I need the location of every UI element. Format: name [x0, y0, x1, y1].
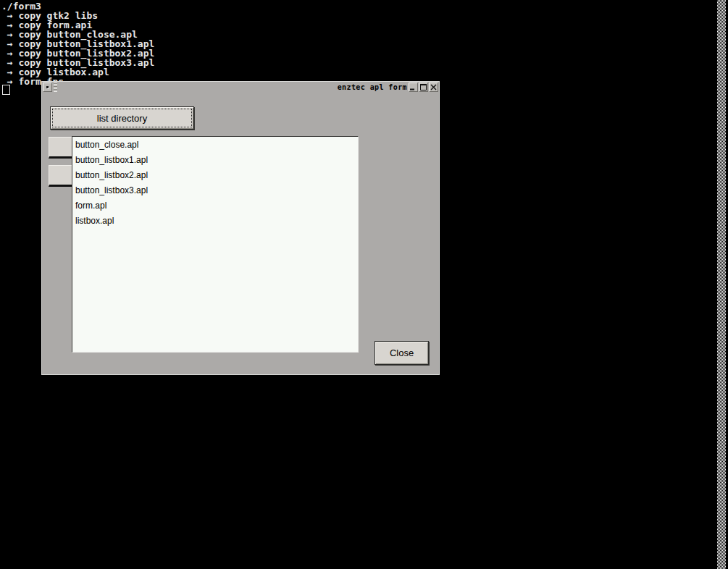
maximize-button[interactable]	[419, 83, 428, 92]
window-menu-icon	[46, 86, 49, 88]
hidden-button-1[interactable]	[49, 137, 72, 159]
terminal-cursor	[2, 85, 10, 95]
list-item[interactable]: button_listbox3.apl	[72, 185, 358, 201]
apl-form-window: enztec apl form list directory button_cl…	[41, 81, 440, 375]
desktop-stipple-strip	[717, 0, 726, 569]
window-title: enztec apl form	[338, 83, 407, 92]
window-titlebar[interactable]: enztec apl form	[42, 82, 439, 93]
file-listbox[interactable]: button_close.aplbutton_listbox1.aplbutto…	[72, 136, 359, 353]
list-item[interactable]: listbox.apl	[72, 216, 358, 231]
terminal-output: ./form3 → copy gtk2 libs → copy form.api…	[1, 1, 154, 86]
list-directory-label: list directory	[97, 113, 147, 124]
close-button[interactable]: Close	[375, 341, 429, 365]
maximize-icon	[420, 84, 427, 90]
minimize-button[interactable]	[409, 83, 418, 92]
hidden-button-2[interactable]	[49, 165, 72, 187]
close-button-label: Close	[390, 347, 414, 358]
list-item[interactable]: form.apl	[72, 201, 358, 216]
list-item[interactable]: button_listbox2.apl	[72, 170, 358, 185]
titlebar-grip-icon	[54, 83, 57, 92]
list-item[interactable]: button_listbox1.apl	[72, 155, 358, 170]
minimize-icon	[410, 84, 417, 90]
list-item[interactable]: button_close.apl	[72, 140, 358, 155]
list-directory-button[interactable]: list directory	[50, 106, 194, 130]
window-controls	[409, 83, 438, 92]
close-window-button[interactable]	[429, 83, 438, 92]
window-menu-button[interactable]	[43, 83, 52, 92]
close-icon	[430, 84, 437, 90]
